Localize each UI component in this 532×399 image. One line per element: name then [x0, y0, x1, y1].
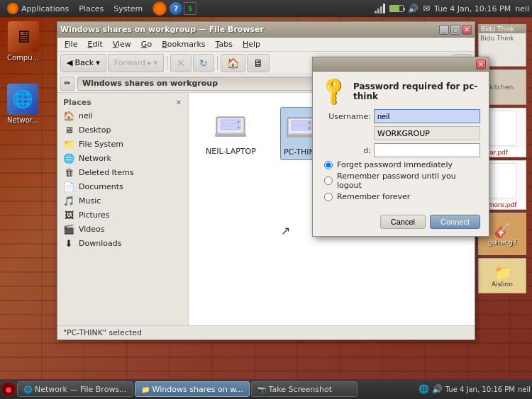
radio-forget[interactable]: Forget password immediately: [324, 160, 480, 169]
username-field[interactable]: [374, 109, 480, 123]
close-button[interactable]: ✕: [462, 25, 472, 35]
sidebar-item-desktop[interactable]: 🖥 Desktop: [57, 123, 188, 137]
dialog-titlebar: ✕: [313, 57, 489, 72]
tray-datetime: Tue 4 Jan, 10:16 PM: [445, 386, 515, 393]
applications-menu[interactable]: Applications: [3, 1, 73, 16]
documents-icon: 📄: [63, 181, 74, 192]
edit-menu[interactable]: Edit: [83, 38, 106, 50]
firefox-icon[interactable]: [153, 1, 167, 16]
places-menu[interactable]: Places: [74, 3, 108, 15]
music-icon: 🎵: [63, 195, 74, 206]
network-folder-icon: 🌐: [63, 152, 74, 164]
signal-icon: [375, 4, 385, 13]
home-button[interactable]: 🏠: [221, 54, 245, 72]
status-bar: "PC-THINK" selected: [57, 325, 475, 339]
neil-laptop-label: NEIL-LAPTOP: [206, 147, 256, 156]
sidebar-item-music[interactable]: 🎵 Music: [57, 193, 188, 208]
file-browser-titlebar: Windows shares on workgroup — File Brows…: [57, 22, 475, 38]
network-icon: 🌐: [7, 84, 38, 115]
taskbar-task-windows-shares[interactable]: 📁 Windows shares on w...: [135, 381, 250, 397]
file-browser-title: Windows shares on workgroup — File Brows…: [60, 25, 264, 34]
toolbar-separator-2: [217, 56, 218, 70]
computer-desktop-icon[interactable]: 🖥 Compu...: [7, 21, 39, 62]
maximize-button[interactable]: □: [450, 25, 460, 35]
user-display: neil: [515, 4, 529, 13]
sidebar-item-downloads[interactable]: ⬇ Downloads: [57, 236, 188, 250]
tray-network-icon[interactable]: 🌐: [419, 384, 429, 394]
sidebar-item-pictures[interactable]: 🖼 Pictures: [57, 208, 188, 222]
downloads-icon: ⬇: [63, 237, 74, 249]
sidebar-item-network[interactable]: 🌐 Network: [57, 151, 188, 165]
filesystem-icon: 📁: [63, 138, 74, 150]
aislinn-folder-thumbnail: 📁 Aislinn: [478, 258, 526, 293]
until-logout-radio[interactable]: [324, 176, 333, 185]
view-menu[interactable]: View: [109, 38, 135, 50]
password-dialog: ✕ 🔑 Password required for pc-think Usern…: [312, 57, 489, 237]
file-icons-row: NEIL-LAPTOP: [196, 100, 331, 167]
taskbar-task-network[interactable]: 🌐 Network — File Brows...: [17, 381, 133, 397]
forever-label: Remember forever: [337, 192, 410, 201]
password-field[interactable]: [374, 143, 480, 157]
neil-laptop-icon[interactable]: NEIL-LAPTOP: [203, 107, 259, 160]
forever-radio[interactable]: [324, 193, 333, 201]
email-icon[interactable]: ✉: [423, 4, 430, 13]
tray-volume-icon[interactable]: 🔊: [432, 384, 443, 394]
dialog-header: 🔑 Password required for pc-think: [321, 79, 480, 102]
taskbar-task-network-label: Network — File Brows...: [35, 385, 127, 394]
reload-button[interactable]: ↻: [193, 54, 214, 72]
radio-forever[interactable]: Remember forever: [324, 192, 480, 201]
minimize-button[interactable]: _: [439, 25, 449, 35]
cancel-button[interactable]: Cancel: [380, 215, 426, 229]
taskbar-task-screenshot[interactable]: 📷 Take Screenshot: [251, 381, 358, 397]
dialog-buttons: Cancel Connect: [313, 210, 489, 236]
go-menu[interactable]: Go: [137, 38, 156, 50]
taskbar-task-windows-shares-label: Windows shares on w...: [153, 385, 243, 394]
network-desktop-icon[interactable]: 🌐 Networ...: [7, 84, 39, 124]
svg-point-5: [238, 121, 240, 123]
forward-button[interactable]: Forward ▸ ▾: [108, 54, 164, 72]
password-label: d:: [321, 146, 371, 155]
sidebar-item-videos[interactable]: 🎬 Videos: [57, 222, 188, 236]
desktop-folder-icon: 🖥: [63, 124, 74, 135]
help-icon[interactable]: ?: [170, 2, 182, 15]
stop-button[interactable]: ✕: [170, 54, 192, 72]
username-row: Username:: [321, 109, 480, 123]
password-row: d:: [321, 143, 480, 157]
pictures-icon: 🖼: [63, 209, 74, 220]
volume-icon[interactable]: 🔊: [408, 4, 419, 13]
bookmarks-menu[interactable]: Bookmarks: [157, 38, 209, 50]
help-menu[interactable]: Help: [238, 38, 265, 50]
tray-user: neil: [518, 386, 531, 393]
sidebar-item-neil[interactable]: 🏠 neil: [57, 108, 188, 123]
top-panel-left: Applications Places System ? $: [3, 1, 196, 16]
radio-until-logout[interactable]: Remember password until you logout: [324, 172, 480, 190]
forget-radio[interactable]: [324, 161, 333, 169]
taskbar-start-button[interactable]: ●: [1, 382, 16, 396]
deleted-items-label: Deleted Items: [79, 168, 133, 177]
svg-point-12: [309, 122, 311, 124]
system-menu[interactable]: System: [109, 3, 147, 15]
taskbar-task-screenshot-label: Take Screenshot: [269, 385, 332, 394]
network-share-icon-1: [214, 110, 248, 144]
tabs-menu[interactable]: Tabs: [211, 38, 237, 50]
taskbar: ● 🌐 Network — File Brows... 📁 Windows sh…: [0, 379, 532, 399]
computer-button[interactable]: 🖥: [247, 54, 270, 72]
sidebar-close-button[interactable]: ✕: [174, 97, 184, 107]
back-button[interactable]: ◀ Back ▾: [60, 54, 106, 72]
dialog-title: Password required for pc-think: [353, 79, 480, 101]
file-menu[interactable]: File: [60, 38, 82, 50]
domain-row: WORKGROUP: [321, 126, 480, 140]
forget-label: Forget password immediately: [337, 160, 453, 169]
sidebar-item-deleted-items[interactable]: 🗑 Deleted Items: [57, 165, 188, 179]
connect-button[interactable]: Connect: [430, 215, 480, 229]
dialog-close-button[interactable]: ✕: [476, 60, 486, 69]
sidebar: Places ✕ 🏠 neil 🖥 Desktop 📁 File System …: [57, 93, 189, 325]
svg-rect-2: [215, 134, 246, 137]
edit-location-button[interactable]: ✏: [60, 77, 74, 91]
sidebar-item-filesystem[interactable]: 📁 File System: [57, 137, 188, 151]
sidebar-item-documents[interactable]: 📄 Documents: [57, 179, 188, 193]
computer-label: Compu...: [7, 54, 39, 62]
dialog-content: 🔑 Password required for pc-think Usernam…: [313, 72, 489, 210]
terminal-icon[interactable]: $: [184, 2, 196, 15]
svg-point-13: [309, 128, 311, 130]
